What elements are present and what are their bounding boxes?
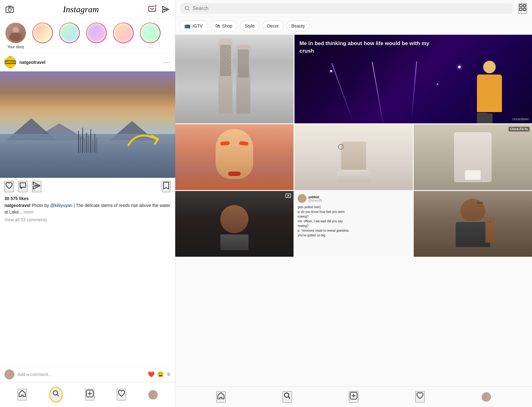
nav-profile-avatar[interactable] xyxy=(148,390,158,399)
story-label-1: ····· xyxy=(40,45,45,49)
story-label-3: ····· xyxy=(94,45,99,49)
post-image xyxy=(0,71,175,178)
chat-handle: @ohen39 xyxy=(308,199,322,202)
post-username: natgeotravel xyxy=(19,60,161,65)
filter-tab-decor[interactable]: Decor xyxy=(263,20,284,31)
add-emoji[interactable]: ⊕ xyxy=(166,371,171,378)
right-nav-home[interactable] xyxy=(216,391,226,403)
story-item-2[interactable]: ····· xyxy=(58,23,81,49)
comment-input[interactable]: Add a comment... xyxy=(18,372,145,377)
story-label-5: ····· xyxy=(148,45,153,49)
filter-tab-igtv[interactable]: 📺 IGTV xyxy=(180,20,207,31)
view-comments-link[interactable]: View all 53 comments xyxy=(0,216,175,224)
story-avatar-2 xyxy=(59,23,80,43)
post-header: NATIONALGEOGRAPHIC natgeotravel ··· xyxy=(0,53,175,71)
filter-tab-beauty[interactable]: Beauty xyxy=(287,20,310,31)
shop-icon: 🛍 xyxy=(215,23,220,29)
svg-rect-11 xyxy=(523,8,526,11)
story-item-3[interactable]: ····· xyxy=(85,23,108,49)
chat-line-0: gets pulled over] xyxy=(298,205,410,209)
story-item-1[interactable]: ····· xyxy=(31,23,54,49)
story-avatar-3 xyxy=(86,23,107,43)
search-input-wrapper[interactable] xyxy=(180,3,513,14)
filter-tab-shop-label: Shop xyxy=(222,23,233,28)
grid-item-shoes[interactable] xyxy=(294,124,413,190)
notification-dot xyxy=(154,4,157,8)
svg-rect-8 xyxy=(519,4,522,7)
post-actions xyxy=(0,178,175,195)
explore-grid: Me in bed thinking about how life would … xyxy=(175,35,532,386)
svg-rect-9 xyxy=(523,4,526,7)
caption-mention[interactable]: @kiliiyuyan xyxy=(50,203,72,208)
story-label-2: ····· xyxy=(67,45,72,49)
caption-more[interactable]: more xyxy=(23,209,33,214)
svg-point-12 xyxy=(284,393,289,397)
search-input[interactable] xyxy=(193,6,509,11)
comment-emojis: ❤️ 😩 ⊕ xyxy=(148,371,171,378)
grid-item-tattoo[interactable] xyxy=(175,35,294,123)
grid-item-makeup[interactable] xyxy=(175,124,294,190)
top-bar: Instagram xyxy=(0,0,175,19)
story-item-5[interactable]: ····· xyxy=(139,23,161,49)
post-landscape xyxy=(0,71,175,178)
story-avatar-4 xyxy=(113,23,134,43)
grid-item-meme[interactable]: Me in bed thinking about how life would … xyxy=(294,35,532,123)
svg-point-1 xyxy=(8,8,11,11)
grid-item-tattooartist[interactable]: 1508 ✦ xyxy=(414,191,532,257)
left-panel: Instagram xyxy=(0,0,175,407)
post-likes: 30 575 likes xyxy=(0,195,175,202)
nav-home-button[interactable] xyxy=(18,389,27,400)
save-button[interactable] xyxy=(162,181,171,192)
svg-point-3 xyxy=(12,7,13,8)
fullscreen-button[interactable] xyxy=(518,3,527,14)
share-button[interactable] xyxy=(32,181,41,192)
story-avatar-1 xyxy=(32,23,53,43)
comment-input-row: Add a comment... ❤️ 😩 ⊕ xyxy=(0,367,175,382)
top-bar-right-icons xyxy=(148,5,169,13)
igtv-icon: 📺 xyxy=(184,23,191,29)
right-nav-search[interactable] xyxy=(283,391,292,403)
right-nav-profile-avatar[interactable] xyxy=(482,392,491,402)
caption-text: Photo by xyxy=(32,203,50,208)
chat-line-5: p: *removes mask to reveal grandma xyxy=(298,228,410,233)
meme-text: Me in bed thinking about how life would … xyxy=(299,40,436,55)
story-label-4: ····· xyxy=(121,45,126,49)
filter-tab-beauty-label: Beauty xyxy=(291,23,305,28)
grid-item-chat[interactable]: yabkat @ohen39 gets pulled over] p: do y… xyxy=(294,191,413,257)
comment-button[interactable] xyxy=(18,181,28,192)
grid-item-pulledover[interactable] xyxy=(175,191,294,257)
direct-button[interactable] xyxy=(162,6,169,13)
story-item-your-story[interactable]: Your story xyxy=(4,23,27,49)
camera-button[interactable] xyxy=(6,5,14,13)
app-logo: Instagram xyxy=(63,4,99,14)
filter-tab-style-label: Style xyxy=(245,23,254,28)
nav-heart-button[interactable] xyxy=(117,389,126,400)
nav-search-button[interactable] xyxy=(49,387,63,403)
svg-rect-10 xyxy=(519,8,522,11)
filter-tab-shop[interactable]: 🛍 Shop xyxy=(211,20,237,31)
filter-tab-style[interactable]: Style xyxy=(240,20,259,31)
filter-tabs: 📺 IGTV 🛍 Shop Style Decor Beauty xyxy=(175,17,532,35)
right-bottom-nav xyxy=(175,386,532,407)
chat-line-3: me: officer, I wa-wait did you say xyxy=(298,219,410,224)
nav-add-button[interactable] xyxy=(85,389,95,400)
meme-attribution: cloutobtain xyxy=(512,117,529,121)
grid-item-chickfila[interactable]: Chick-Fil-Ye xyxy=(414,124,532,190)
chat-line-4: rowing? xyxy=(298,224,410,228)
caption-username: natgeotravel xyxy=(4,203,30,208)
svg-point-5 xyxy=(53,391,58,395)
search-icon-left xyxy=(185,6,190,11)
left-bottom-nav xyxy=(0,382,175,407)
commenter-avatar xyxy=(4,369,14,379)
story-item-4[interactable]: ····· xyxy=(112,23,135,49)
chickfila-text: Chick-Fil-Ye xyxy=(509,127,529,131)
tired-emoji[interactable]: 😩 xyxy=(157,371,164,378)
post-avatar: NATIONALGEOGRAPHIC xyxy=(4,56,16,68)
right-nav-add[interactable] xyxy=(349,391,358,403)
post-more-button[interactable]: ··· xyxy=(164,59,171,66)
messenger-button[interactable] xyxy=(148,5,156,13)
like-button[interactable] xyxy=(4,181,14,192)
svg-point-7 xyxy=(185,6,189,10)
heart-emoji[interactable]: ❤️ xyxy=(148,371,155,378)
right-nav-heart[interactable] xyxy=(415,391,425,403)
